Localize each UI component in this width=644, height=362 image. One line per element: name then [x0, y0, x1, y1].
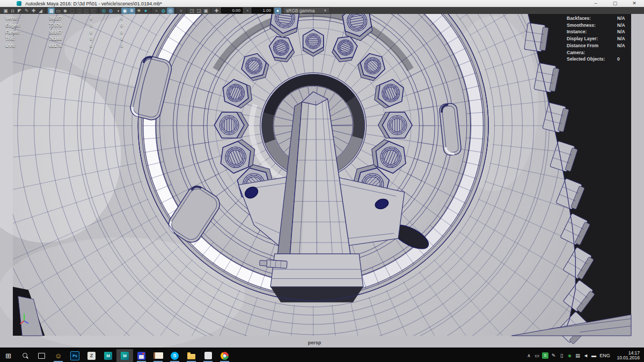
poly-count-total: 76168 — [32, 35, 62, 42]
measure-icon[interactable]: ◢ — [37, 8, 44, 14]
select-tool-icon[interactable]: ➤ — [178, 8, 185, 14]
white-model-app[interactable] — [200, 349, 216, 362]
device-icon[interactable]: ▯ — [558, 353, 566, 358]
poly-count-label: Edges: — [5, 22, 32, 29]
object-details-value: N/A — [617, 15, 633, 22]
snap-center-icon[interactable]: ● — [142, 8, 149, 14]
pivot-icon[interactable]: ✚ — [30, 8, 37, 14]
object-details-value: N/A — [617, 35, 633, 42]
language-indicator[interactable]: ENG — [598, 353, 612, 358]
poly-count-extra: 0 — [92, 15, 123, 22]
bookmark-icon[interactable]: ◘ — [9, 8, 16, 14]
rotate-snap-icon[interactable]: ✚ — [213, 8, 220, 14]
search-icon — [22, 352, 28, 359]
defender-icon[interactable]: ◈ — [566, 353, 574, 358]
object-details-value: N/A — [617, 22, 633, 29]
chrome-app[interactable] — [216, 349, 233, 362]
object-details-hud: Backfaces:N/ASmoothness:N/AInstance:N/AD… — [567, 15, 633, 63]
speed-icon[interactable]: ◔ — [244, 8, 251, 14]
title-bar[interactable]: Autodesk Maya 2016: D:\3d Pl\01 - vehicl… — [0, 0, 644, 7]
field-chart-icon[interactable]: ◫ — [76, 8, 83, 14]
duplicate-icon[interactable]: ◳ — [188, 8, 195, 14]
book-app[interactable] — [150, 349, 166, 362]
snap-curve-icon[interactable]: ◍ — [107, 8, 114, 14]
gamma-label: sRGB gamma — [286, 8, 314, 13]
maximize-button[interactable]: ▢ — [605, 0, 625, 7]
make-live-icon[interactable]: ☀ — [135, 8, 142, 14]
skype-app[interactable]: S — [166, 349, 183, 362]
film-gate-icon[interactable]: ▭ — [55, 8, 62, 14]
poly-count-label: Verts: — [5, 15, 32, 22]
speed-field[interactable]: 1.00 — [252, 8, 273, 13]
start-button[interactable]: ⊞ — [0, 349, 17, 362]
grid-toggle-icon[interactable]: ▦ — [48, 8, 55, 14]
viewport-camera-label: persp — [290, 340, 339, 345]
clock-date: 10.01.2016 — [612, 356, 640, 361]
grease-pencil-icon[interactable]: ✎ — [23, 8, 30, 14]
file-explorer[interactable] — [183, 349, 200, 362]
minimize-button[interactable]: – — [586, 0, 605, 7]
column-foot — [270, 254, 363, 286]
scene-camera-icon[interactable]: ▣ — [2, 8, 9, 14]
poly-count-row: Faces:3810700 — [5, 29, 123, 36]
floppy-save-app[interactable] — [133, 349, 150, 362]
close-button[interactable]: ✕ — [625, 0, 644, 7]
network-icon[interactable]: ▤ — [574, 353, 582, 358]
safe-action-icon[interactable]: ◱ — [83, 8, 90, 14]
construction-history-icon[interactable]: ◍ — [160, 8, 167, 14]
lug-nut — [378, 112, 412, 138]
clock[interactable]: 14:1710.01.2016 — [612, 351, 640, 361]
task-view-icon — [38, 353, 45, 359]
green-s-icon[interactable]: S — [542, 352, 548, 359]
gamma-dropdown[interactable]: sRGB gamma▼ — [283, 7, 330, 14]
poly-count-row: UVs:6917400 — [5, 42, 123, 49]
lug-nut — [214, 112, 248, 138]
volume-icon[interactable]: ◄ — [582, 353, 590, 358]
toolbar-separator — [151, 8, 151, 13]
snap-projected-center-icon[interactable]: ◉ — [121, 8, 128, 14]
pen-icon[interactable]: ✎ — [550, 353, 558, 358]
snap-grid-icon[interactable]: ◎ — [100, 8, 107, 14]
photoshop-app[interactable]: Ps — [67, 349, 83, 362]
maya-app[interactable]: M — [100, 349, 116, 362]
maya-app-active[interactable]: M — [116, 349, 133, 362]
poly-count-row: Verts:3902700 — [5, 15, 123, 22]
snap-view-plane-icon[interactable]: ❄ — [128, 8, 135, 14]
resolution-gate-icon[interactable]: ◙ — [62, 8, 69, 14]
poly-count-label: UVs: — [5, 42, 32, 49]
maya-icon: M — [121, 352, 129, 360]
hidden-icons-chevron[interactable]: ∧ — [525, 353, 533, 358]
safe-title-icon[interactable]: ◰ — [90, 8, 97, 14]
snap-point-icon[interactable]: ◑ — [114, 8, 121, 14]
object-details-row: Backfaces:N/A — [567, 15, 633, 22]
wheel-wireframe-canvas[interactable] — [0, 14, 644, 349]
object-details-value: N/A — [617, 28, 633, 35]
zbrush-app[interactable]: Z — [83, 349, 100, 362]
photoshop-icon: Ps — [70, 351, 79, 360]
floppy-disk-icon — [137, 352, 145, 360]
object-details-row: Selected Objects:0 — [567, 56, 633, 63]
notification-icon[interactable]: ▬ — [590, 353, 598, 358]
history-sphere-icon[interactable]: ● — [153, 8, 160, 14]
window-controls: –▢✕ — [586, 0, 644, 7]
flag-icon[interactable]: ◤ — [16, 8, 23, 14]
maya-app-icon — [17, 1, 21, 6]
poly-count-label: Tris: — [5, 35, 32, 42]
poly-count-selected: 0 — [62, 42, 92, 49]
ring-icon[interactable]: ◎ — [167, 8, 174, 14]
poly-count-total: 38107 — [32, 29, 62, 36]
gate-mask-icon[interactable]: ▢ — [69, 8, 76, 14]
object-details-value: N/A — [617, 42, 633, 56]
smiley-app[interactable]: ☺ — [50, 349, 67, 362]
paste-icon[interactable]: ◲ — [195, 8, 202, 14]
object-details-row: Instance:N/A — [567, 28, 633, 35]
task-view-button[interactable] — [33, 349, 50, 362]
rotate-snap-field[interactable]: 0.00 — [221, 8, 243, 13]
screen-icon[interactable]: ▭ — [533, 353, 541, 358]
maya-application-window: Autodesk Maya 2016: D:\3d Pl\01 - vehicl… — [0, 0, 644, 362]
perspective-viewport[interactable]: Verts:3902700Edges:7707900Faces:3810700T… — [0, 14, 644, 349]
gamma-sphere-icon[interactable]: ● — [274, 8, 281, 14]
search-button[interactable] — [17, 349, 33, 362]
input-box-icon[interactable]: ▣ — [202, 8, 209, 14]
tread-tooth — [524, 23, 549, 52]
